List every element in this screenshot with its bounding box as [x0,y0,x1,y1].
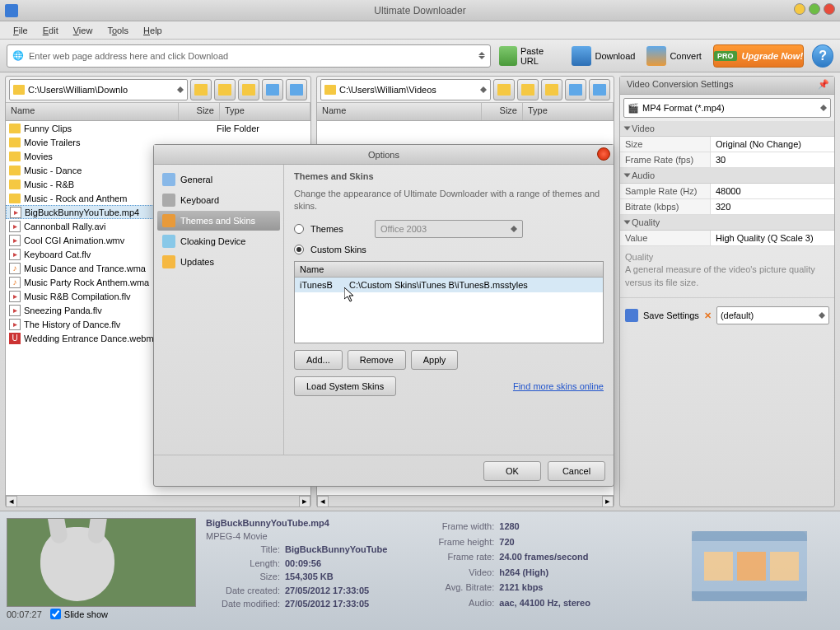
mid-back-button[interactable] [517,79,539,100]
paste-url-button[interactable]: Paste URL [496,44,563,68]
menu-edit[interactable]: Edit [36,24,65,37]
left-refresh-button[interactable] [286,79,307,100]
meta-label: Title: [206,543,280,557]
upgrade-button[interactable]: PRO Upgrade Now! [713,44,804,68]
nav-updates[interactable]: Updates [157,252,280,272]
prop-fps-value[interactable]: 30 [711,152,834,167]
menu-help[interactable]: Help [137,24,169,37]
left-new-button[interactable] [238,79,259,100]
menu-file[interactable]: File [7,24,35,37]
file-name: Funny Clips [24,124,169,133]
col-name[interactable]: Name [317,103,482,120]
theme-dropdown[interactable]: Office 2003 [375,220,523,238]
remove-button[interactable]: Remove [348,350,406,370]
table-header-name: Name [295,262,603,278]
left-scrollbar[interactable]: ◂ ▸ [6,495,310,506]
prop-size-value[interactable]: Original (No Change) [711,137,834,152]
preview-thumbnail[interactable] [7,518,196,607]
mid-scrollbar[interactable]: ◂ ▸ [317,495,614,506]
url-input[interactable]: 🌐 Enter web page address here and click … [7,44,491,68]
left-up-button[interactable] [190,79,212,100]
themes-radio[interactable] [294,224,304,234]
left-path-dropdown[interactable]: C:\Users\William\Downlo [9,79,188,100]
slideshow-checkbox[interactable]: Slide show [50,609,108,619]
cancel-button[interactable]: Cancel [548,461,605,481]
col-type[interactable]: Type [220,103,310,120]
meta-value: 27/05/2012 17:33:05 [285,584,369,598]
mid-refresh-button[interactable] [589,79,610,100]
save-icon[interactable] [625,309,638,322]
prop-quality-value[interactable]: High Quality (Q Scale 3) [711,231,834,245]
convert-button[interactable]: Convert [643,44,705,68]
group-quality[interactable]: Quality [620,215,834,231]
file-type: File Folder [217,124,307,133]
scroll-right-icon[interactable]: ▸ [299,496,310,507]
video-icon: ▸ [9,221,21,232]
preset-dropdown[interactable]: (default) [716,306,829,324]
custom-skins-radio[interactable] [294,245,304,254]
section-title: Themes and Skins [294,171,604,181]
download-icon [572,46,591,66]
keyboard-icon [162,194,175,207]
prop-quality-label: Value [620,231,711,245]
mid-path-dropdown[interactable]: C:\Users\William\Videos [320,79,491,100]
left-back-button[interactable] [214,79,236,100]
close-button[interactable] [824,3,835,15]
globe-icon: 🌐 [12,50,24,61]
menu-view[interactable]: View [67,24,100,37]
scroll-right-icon[interactable]: ▸ [602,496,614,507]
mid-up-button[interactable] [493,79,515,100]
section-description: Change the appearance of Ultimate Downlo… [294,188,604,213]
format-dropdown[interactable]: 🎬 MP4 Format (*.mp4) [623,98,831,118]
meta-label: Date created: [206,584,280,598]
group-video[interactable]: Video [620,121,834,137]
add-button[interactable]: Add... [294,350,343,370]
file-row[interactable]: Funny ClipsFile Folder [6,121,310,135]
nav-themes[interactable]: Themes and Skins [157,211,280,231]
dialog-close-button[interactable] [597,147,610,161]
maximize-button[interactable] [809,3,820,15]
window-title: Ultimate Downloader [374,5,465,16]
help-button[interactable]: ? [812,44,833,68]
meta-value: BigBuckBunnyYouTube [285,543,387,557]
left-list-header: Name Size Type [6,103,310,121]
updates-icon [162,255,175,268]
meta-value: 1280 [499,520,519,534]
group-audio[interactable]: Audio [620,168,834,184]
ok-button[interactable]: OK [483,461,541,481]
load-system-skins-button[interactable]: Load System Skins [294,376,396,396]
delete-preset-icon[interactable]: ✕ [704,310,712,321]
left-view-button[interactable] [262,79,283,100]
col-size[interactable]: Size [482,103,523,120]
meta-label: Audio: [420,596,494,610]
svg-rect-3 [770,552,799,581]
find-skins-link[interactable]: Find more skins online [513,381,604,391]
nav-cloaking[interactable]: Cloaking Device [157,231,280,251]
video-icon: ▸ [10,207,21,218]
skins-table[interactable]: Name iTunesB C:\Custom Skins\iTunes B\iT… [294,261,604,343]
prop-sample-value[interactable]: 48000 [711,184,834,198]
col-name[interactable]: Name [6,103,179,120]
download-button[interactable]: Download [568,44,638,68]
scroll-left-icon[interactable]: ◂ [317,496,329,507]
apply-button[interactable]: Apply [411,350,459,370]
prop-bitrate-value[interactable]: 320 [711,199,834,214]
folder-icon [9,123,21,134]
pin-icon[interactable]: 📌 [818,79,828,89]
mid-new-button[interactable] [541,79,562,100]
nav-keyboard[interactable]: Keyboard [157,190,280,210]
video-icon: ▸ [9,235,21,246]
meta-label: Frame height: [420,535,494,549]
video-icon: ▸ [9,305,21,316]
col-type[interactable]: Type [523,103,614,120]
menu-tools[interactable]: Tools [100,24,135,37]
mid-view-button[interactable] [565,79,586,100]
scroll-left-icon[interactable]: ◂ [6,496,17,507]
folder-icon [9,137,21,148]
file-icon: U [9,333,21,344]
col-size[interactable]: Size [179,103,220,120]
save-settings-label[interactable]: Save Settings [643,310,699,320]
minimize-button[interactable] [794,3,805,15]
skin-row[interactable]: iTunesB C:\Custom Skins\iTunes B\iTunesB… [295,278,603,292]
nav-general[interactable]: General [157,170,280,189]
